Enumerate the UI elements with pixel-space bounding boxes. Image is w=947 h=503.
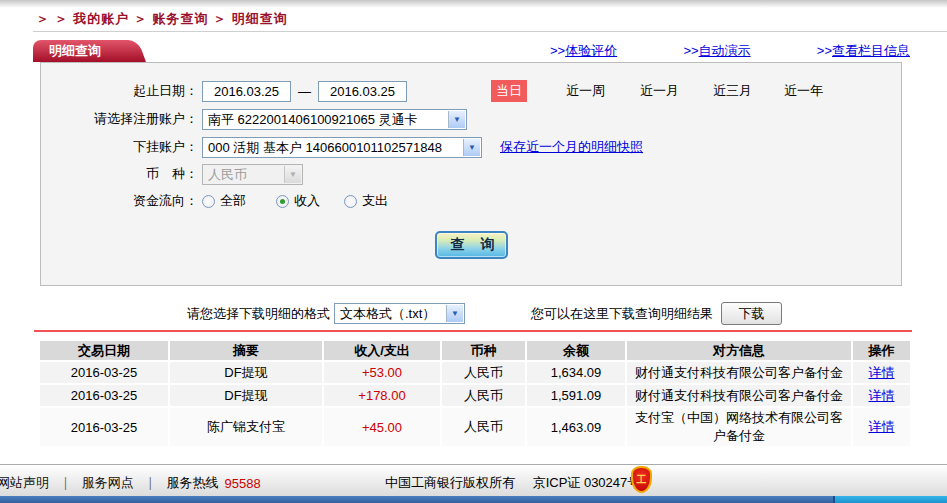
cell-currency: 人民币: [442, 362, 525, 383]
tab-details-query[interactable]: 明细查询: [33, 40, 129, 62]
register-account-label: 请选择注册账户：: [40, 110, 198, 128]
range-year-button[interactable]: 近一年: [784, 82, 823, 100]
chevron-down-icon[interactable]: ▼: [463, 139, 480, 156]
link-label: 查看栏目信息: [832, 43, 910, 58]
flow-option-expense[interactable]: 支出: [344, 192, 388, 210]
service-outlets-link[interactable]: 服务网点: [82, 474, 134, 492]
cell-date: 2016-03-25: [40, 385, 168, 406]
flow-option-label: 支出: [362, 192, 388, 210]
currency-select: 人民币 ▼: [202, 164, 303, 185]
fund-flow-label: 资金流向：: [40, 192, 198, 210]
results-table: 交易日期 摘要 收入/支出 币种 余额 对方信息 操作 2016-03-25 D…: [38, 339, 912, 448]
sub-account-value: 000 活期 基本户 1406600101102571848: [208, 140, 442, 155]
link-label: 自动演示: [699, 43, 751, 58]
date-from-input[interactable]: [202, 81, 291, 102]
hotline-label: 服务热线: [166, 474, 218, 492]
col-counterparty: 对方信息: [627, 341, 851, 360]
breadcrumb-divider: [33, 31, 947, 32]
cell-counterparty: 财付通支付科技有限公司客户备付金: [627, 362, 851, 383]
red-divider: [34, 330, 912, 332]
currency-row: 币 种： 人民币 ▼: [40, 163, 910, 185]
download-format-label: 请您选择下载明细的格式: [187, 305, 330, 323]
col-date: 交易日期: [40, 341, 168, 360]
col-amount: 收入/支出: [324, 341, 440, 360]
footer-copyright: 中国工商银行版权所有 京ICP证 030247号: [385, 474, 640, 492]
link-prefix: >>: [550, 43, 565, 58]
radio-checked-icon[interactable]: [276, 195, 289, 208]
fund-flow-row: 资金流向： 全部 收入 支出: [40, 190, 910, 212]
footer-separator: ｜: [144, 474, 157, 492]
panel-links: >>体验评价 >>自动演示 >>查看栏目信息: [550, 42, 910, 60]
footer-separator: ｜: [59, 474, 72, 492]
details-query-page: ＞ ＞ 我的账户 ＞ 账务查询 ＞ 明细查询 明细查询 >>体验评价 >>自动演…: [0, 0, 947, 503]
radio-unchecked-icon[interactable]: [344, 195, 357, 208]
date-separator: —: [298, 84, 311, 99]
cell-date: 2016-03-25: [40, 408, 168, 446]
cell-balance: 1,634.09: [527, 362, 625, 383]
table-row: 2016-03-25 陈广锦支付宝 +45.00 人民币 1,463.09 支付…: [40, 408, 910, 446]
col-action: 操作: [853, 341, 910, 360]
cell-summary: 陈广锦支付宝: [170, 408, 322, 446]
copyright-text: 中国工商银行版权所有: [385, 475, 515, 490]
register-account-select[interactable]: 南平 6222001406100921065 灵通卡 ▼: [202, 109, 467, 130]
col-balance: 余额: [527, 341, 625, 360]
cell-summary: DF提现: [170, 362, 322, 383]
date-range-label: 起止日期：: [40, 82, 198, 100]
range-today-button[interactable]: 当日: [491, 80, 527, 102]
currency-value: 人民币: [208, 167, 247, 182]
link-prefix: >>: [683, 43, 698, 58]
chevron-down-icon[interactable]: ▼: [446, 305, 463, 322]
flow-option-income[interactable]: 收入: [276, 192, 320, 210]
auto-demo-link[interactable]: >>自动演示: [683, 42, 750, 60]
bottom-bar-left: [0, 496, 833, 503]
link-prefix: >>: [817, 43, 832, 58]
top-gradient-strip: [0, 0, 947, 8]
flow-option-label: 收入: [294, 192, 320, 210]
cell-amount: +53.00: [324, 362, 440, 383]
register-account-value: 南平 6222001406100921065 灵通卡: [208, 112, 418, 127]
download-button[interactable]: 下载: [721, 302, 782, 325]
cell-amount: +178.00: [324, 385, 440, 406]
detail-link[interactable]: 详情: [869, 388, 895, 403]
experience-review-link[interactable]: >>体验评价: [550, 42, 617, 60]
col-summary: 摘要: [170, 341, 322, 360]
detail-link[interactable]: 详情: [869, 419, 895, 434]
cell-amount: +45.00: [324, 408, 440, 446]
save-snapshot-link[interactable]: 保存近一个月的明细快照: [500, 138, 643, 156]
bottom-bar-right[interactable]: [833, 496, 947, 503]
download-format-select[interactable]: 文本格式（.txt） ▼: [334, 303, 465, 324]
range-week-button[interactable]: 近一周: [566, 82, 605, 100]
col-currency: 币种: [442, 341, 525, 360]
flow-option-label: 全部: [220, 192, 246, 210]
chevron-down-icon[interactable]: ▼: [448, 111, 465, 128]
download-row: 请您选择下载明细的格式 文本格式（.txt） ▼ 您可以在这里下载查询明细结果 …: [187, 302, 907, 325]
detail-link[interactable]: 详情: [869, 365, 895, 380]
cell-date: 2016-03-25: [40, 362, 168, 383]
hotline-number: 95588: [224, 476, 260, 491]
date-range-row: 起止日期： — 当日 近一周 近一月 近三月 近一年: [40, 80, 910, 102]
range-month-button[interactable]: 近一月: [640, 82, 679, 100]
cell-currency: 人民币: [442, 385, 525, 406]
sub-account-select[interactable]: 000 活期 基本户 1406600101102571848 ▼: [202, 137, 482, 158]
date-to-input[interactable]: [318, 81, 407, 102]
cell-counterparty: 支付宝（中国）网络技术有限公司客户备付金: [627, 408, 851, 446]
cell-balance: 1,591.09: [527, 385, 625, 406]
register-account-row: 请选择注册账户： 南平 6222001406100921065 灵通卡 ▼: [40, 108, 910, 130]
sub-account-label: 下挂账户：: [40, 138, 198, 156]
table-row: 2016-03-25 DF提现 +53.00 人民币 1,634.09 财付通支…: [40, 362, 910, 383]
icp-license: 京ICP证 030247号: [533, 475, 641, 490]
cell-balance: 1,463.09: [527, 408, 625, 446]
flow-option-all[interactable]: 全部: [202, 192, 246, 210]
download-format-value: 文本格式（.txt）: [340, 306, 435, 321]
link-label: 体验评价: [565, 43, 617, 58]
cell-summary: DF提现: [170, 385, 322, 406]
breadcrumb[interactable]: ＞ ＞ 我的账户 ＞ 账务查询 ＞ 明细查询: [36, 10, 288, 28]
footer-links: 网站声明 ｜ 服务网点 ｜ 服务热线 95588: [0, 474, 261, 492]
cell-currency: 人民币: [442, 408, 525, 446]
table-row: 2016-03-25 DF提现 +178.00 人民币 1,591.09 财付通…: [40, 385, 910, 406]
query-button[interactable]: 查 询: [435, 231, 508, 259]
site-statement-link[interactable]: 网站声明: [0, 474, 49, 492]
radio-unchecked-icon[interactable]: [202, 195, 215, 208]
column-info-link[interactable]: >>查看栏目信息: [817, 42, 910, 60]
range-quarter-button[interactable]: 近三月: [713, 82, 752, 100]
